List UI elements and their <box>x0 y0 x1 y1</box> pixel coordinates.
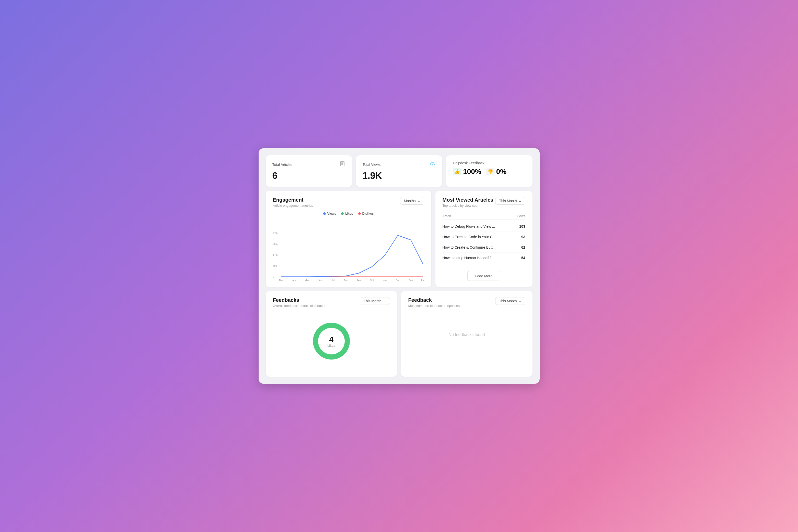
negative-feedback: 👎 0% <box>486 168 507 176</box>
total-views-card: Total Views 1.9K <box>356 155 442 187</box>
most-viewed-subtitle: Top articles by view count <box>442 204 493 208</box>
feedback-responses-card: Feedback Most common feedback responses … <box>401 291 533 377</box>
svg-text:1700: 1700 <box>273 253 278 256</box>
articles-table-header: Article Views <box>442 212 525 220</box>
donut-chart-container: 4 Likes <box>273 312 390 370</box>
article-name: How to Create & Configure Butt... <box>442 245 519 249</box>
article-views: 54 <box>521 256 525 260</box>
table-row: How to setup Human Handoff? 54 <box>442 253 525 263</box>
chevron-down-icon: ⌄ <box>417 199 420 203</box>
dashboard: Total Articles 6 Total Views 1.9K Helpde… <box>259 148 540 384</box>
chevron-down-icon: ⌄ <box>383 299 386 303</box>
positive-feedback: 👍 100% <box>453 168 481 176</box>
svg-text:Feb: Feb <box>421 279 424 281</box>
views-icon <box>430 161 435 168</box>
table-row: How to Debug Flows and View ... 103 <box>442 221 525 232</box>
svg-text:May: May <box>305 279 309 281</box>
svg-text:0: 0 <box>273 275 274 278</box>
svg-text:Jul: Jul <box>331 279 335 281</box>
feedbacks-subtitle: Overall feedback metrics distribution <box>273 304 326 308</box>
table-row: How to Execute Code in Your C... 93 <box>442 232 525 242</box>
svg-rect-0 <box>340 162 344 166</box>
svg-text:Mar: Mar <box>279 279 283 281</box>
col-article: Article <box>442 214 452 218</box>
svg-text:Oct: Oct <box>370 279 374 281</box>
svg-text:Dec: Dec <box>396 279 400 281</box>
donut-label: Likes <box>327 344 335 347</box>
donut-value: 4 <box>327 335 335 344</box>
total-articles-label: Total Articles <box>272 163 292 167</box>
svg-text:Apr: Apr <box>292 279 296 281</box>
chevron-down-icon: ⌄ <box>518 299 521 303</box>
bottom-row: Feedbacks Overall feedback metrics distr… <box>266 291 533 377</box>
engagement-card: Engagement Article engagement metrics Mo… <box>266 191 431 287</box>
chart-legend: Views Likes Dislikes <box>273 212 424 215</box>
feedback-responses-subtitle: Most common feedback responses <box>408 304 460 308</box>
svg-text:850: 850 <box>273 264 277 267</box>
helpdesk-feedback-card: Helpdesk Feedback 👍 100% 👎 0% <box>446 155 532 187</box>
articles-list: How to Debug Flows and View ... 103 How … <box>442 221 525 263</box>
legend-views: Views <box>323 212 336 215</box>
svg-text:Jan: Jan <box>409 279 413 281</box>
total-articles-value: 6 <box>272 170 345 181</box>
most-viewed-title: Most Viewed Articles <box>442 197 493 203</box>
most-viewed-filter[interactable]: This Month ⌄ <box>495 197 525 205</box>
svg-text:2550: 2550 <box>273 242 278 245</box>
svg-text:Nov: Nov <box>382 279 387 281</box>
months-dropdown[interactable]: Months ⌄ <box>400 197 424 205</box>
feedbacks-card: Feedbacks Overall feedback metrics distr… <box>266 291 397 377</box>
article-name: How to Debug Flows and View ... <box>442 224 517 228</box>
total-views-label: Total Views <box>363 163 381 167</box>
feedbacks-filter[interactable]: This Month ⌄ <box>360 297 390 305</box>
most-viewed-card: Most Viewed Articles Top articles by vie… <box>435 191 533 287</box>
negative-pct: 0% <box>496 168 507 176</box>
total-views-value: 1.9K <box>363 170 435 181</box>
engagement-title: Engagement <box>273 197 313 203</box>
svg-point-5 <box>432 163 433 165</box>
middle-row: Engagement Article engagement metrics Mo… <box>266 191 533 287</box>
svg-text:3400: 3400 <box>273 231 278 234</box>
stats-row: Total Articles 6 Total Views 1.9K Helpde… <box>266 155 533 187</box>
engagement-subtitle: Article engagement metrics <box>273 204 313 208</box>
articles-icon <box>340 161 345 168</box>
feedbacks-title: Feedbacks <box>273 297 326 303</box>
legend-dislikes: Dislikes <box>358 212 374 215</box>
helpdesk-feedback-label: Helpdesk Feedback <box>453 161 484 165</box>
donut-chart: 4 Likes <box>310 319 353 363</box>
feedback-responses-title: Feedback <box>408 297 460 303</box>
col-views: Views <box>516 214 525 218</box>
article-name: How to setup Human Handoff? <box>442 256 519 260</box>
total-articles-card: Total Articles 6 <box>266 155 352 187</box>
positive-pct: 100% <box>463 168 481 176</box>
article-name: How to Execute Code in Your C... <box>442 235 519 239</box>
load-more-section: Load More <box>442 266 525 281</box>
article-views: 62 <box>521 245 525 249</box>
svg-text:Sept: Sept <box>357 279 361 281</box>
no-feedbacks-message: No feedbacks found <box>408 312 525 358</box>
thumbs-up-icon: 👍 <box>453 168 461 175</box>
thumbs-down-icon: 👎 <box>486 168 495 175</box>
legend-likes: Likes <box>341 212 353 215</box>
article-views: 103 <box>519 224 525 228</box>
article-views: 93 <box>521 235 525 239</box>
svg-point-4 <box>430 163 435 165</box>
chevron-down-icon: ⌄ <box>518 199 521 203</box>
engagement-chart: 0 850 1700 2550 3400 Mar <box>273 220 424 281</box>
feedback-responses-filter[interactable]: This Month ⌄ <box>495 297 525 305</box>
load-more-button[interactable]: Load More <box>467 271 500 281</box>
svg-text:Jun: Jun <box>318 279 322 281</box>
svg-text:Aug: Aug <box>344 279 348 281</box>
table-row: How to Create & Configure Butt... 62 <box>442 242 525 253</box>
